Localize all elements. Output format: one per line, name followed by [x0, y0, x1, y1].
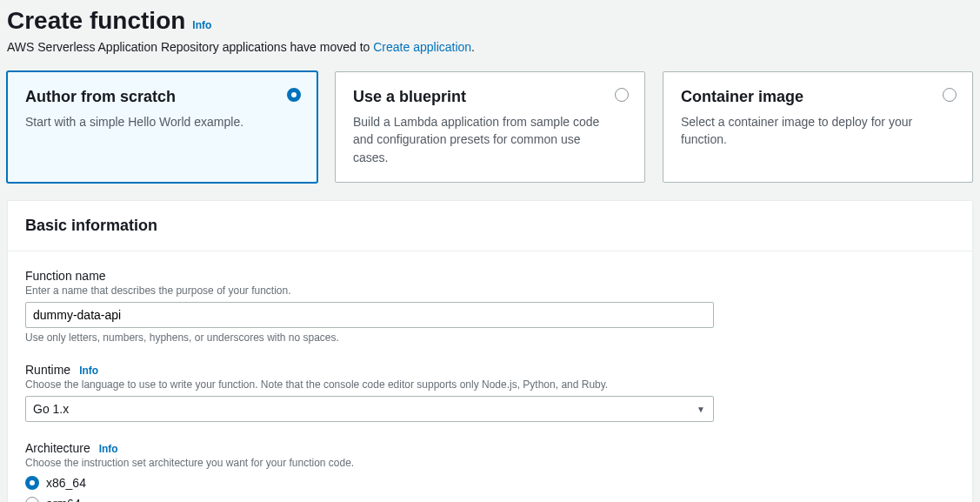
architecture-label: Architecture [25, 441, 90, 455]
option-desc: Select a container image to deploy for y… [681, 113, 955, 149]
creation-method-options: Author from scratch Start with a simple … [7, 71, 973, 183]
basic-information-panel: Basic information Function name Enter a … [7, 200, 973, 502]
page-header: Create function Info AWS Serverless Appl… [7, 7, 973, 64]
function-name-hint: Enter a name that describes the purpose … [25, 284, 955, 297]
create-application-link[interactable]: Create application [373, 40, 471, 54]
runtime-select-value: Go 1.x [33, 402, 69, 416]
panel-header: Basic information [8, 201, 972, 251]
radio-icon [25, 476, 39, 490]
architecture-option-arm64[interactable]: arm64 [25, 497, 955, 502]
option-use-blueprint[interactable]: Use a blueprint Build a Lambda applicati… [335, 71, 645, 183]
panel-body: Function name Enter a name that describe… [8, 251, 972, 502]
page-subtitle: AWS Serverless Application Repository ap… [7, 40, 973, 54]
function-name-field: Function name Enter a name that describe… [25, 269, 955, 344]
function-name-label: Function name [25, 269, 955, 283]
subtitle-text-post: . [471, 40, 475, 54]
radio-icon [943, 88, 957, 102]
runtime-label: Runtime [25, 363, 70, 377]
architecture-option-x86[interactable]: x86_64 [25, 476, 955, 490]
architecture-field: Architecture Info Choose the instruction… [25, 441, 955, 502]
option-author-from-scratch[interactable]: Author from scratch Start with a simple … [7, 71, 317, 183]
architecture-option-label: arm64 [46, 497, 81, 502]
option-desc: Build a Lambda application from sample c… [353, 113, 627, 166]
radio-icon [287, 88, 301, 102]
architecture-hint: Choose the instruction set architecture … [25, 457, 955, 469]
runtime-field: Runtime Info Choose the language to use … [25, 363, 955, 422]
architecture-info-link[interactable]: Info [99, 443, 118, 455]
radio-icon [25, 497, 39, 502]
page-title: Create function [7, 7, 185, 35]
runtime-hint: Choose the language to use to write your… [25, 378, 955, 391]
option-title: Container image [681, 88, 955, 106]
option-desc: Start with a simple Hello World example. [25, 113, 299, 131]
option-title: Use a blueprint [353, 88, 627, 106]
panel-title: Basic information [25, 217, 955, 235]
function-name-input[interactable] [25, 302, 714, 328]
subtitle-text-pre: AWS Serverless Application Repository ap… [7, 40, 373, 54]
option-title: Author from scratch [25, 88, 299, 106]
architecture-option-label: x86_64 [46, 476, 86, 490]
function-name-constraint: Use only letters, numbers, hyphens, or u… [25, 331, 955, 344]
runtime-info-link[interactable]: Info [79, 365, 98, 377]
page-info-link[interactable]: Info [192, 19, 211, 31]
option-container-image[interactable]: Container image Select a container image… [663, 71, 973, 183]
runtime-select[interactable]: Go 1.x [25, 396, 714, 422]
radio-icon [615, 88, 629, 102]
